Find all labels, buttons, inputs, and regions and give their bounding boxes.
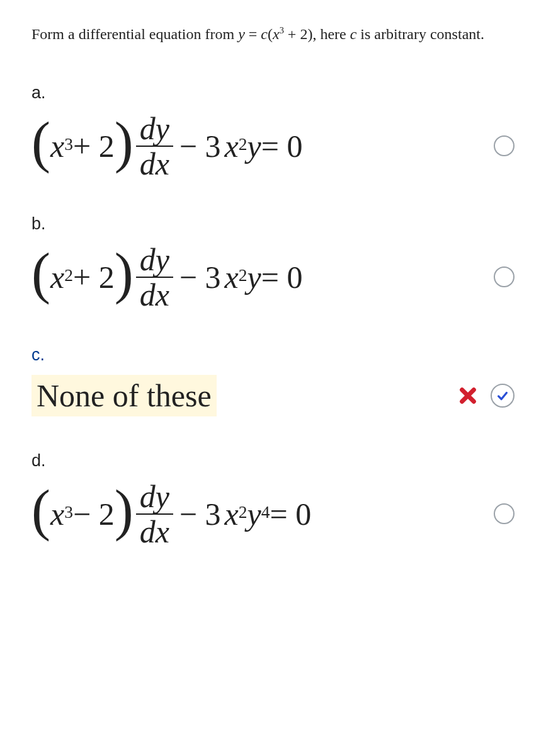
- question-const: c: [350, 26, 357, 42]
- option-a-label: a.: [31, 83, 515, 103]
- fraction-dy-dx: dy dx: [136, 244, 173, 311]
- question-eq-y: y: [238, 26, 245, 42]
- checkmark-icon: [496, 389, 509, 403]
- question-c: c: [261, 26, 268, 42]
- question-open: (: [268, 26, 273, 42]
- option-d[interactable]: d. (x3 − 2) dy dx − 3x2y4 = 0: [31, 451, 515, 547]
- question-middle: , here: [312, 26, 350, 42]
- option-a[interactable]: a. (x3 + 2) dy dx − 3x2y = 0: [31, 83, 515, 180]
- question-exp: 3: [280, 25, 284, 35]
- fraction-dy-dx: dy dx: [136, 113, 173, 180]
- option-d-label: d.: [31, 451, 515, 471]
- option-b-label: b.: [31, 214, 515, 234]
- option-c-text: None of these: [31, 375, 217, 416]
- question-suffix: is arbitrary constant.: [356, 26, 484, 42]
- option-c-label: c.: [31, 345, 515, 365]
- option-a-formula: (x3 + 2) dy dx − 3x2y = 0: [31, 113, 302, 180]
- option-d-formula: (x3 − 2) dy dx − 3x2y4 = 0: [31, 481, 311, 547]
- question-text: Form a differential equation from y = c(…: [31, 24, 515, 45]
- option-b-radio[interactable]: [494, 266, 515, 287]
- option-b[interactable]: b. (x2 + 2) dy dx − 3x2y = 0: [31, 214, 515, 311]
- option-d-radio[interactable]: [494, 503, 515, 524]
- option-b-formula: (x2 + 2) dy dx − 3x2y = 0: [31, 244, 302, 311]
- question-x: x: [273, 26, 280, 42]
- option-a-radio[interactable]: [494, 135, 515, 156]
- fraction-dy-dx: dy dx: [136, 481, 173, 547]
- option-c-radio[interactable]: [491, 384, 515, 408]
- question-equals: =: [245, 26, 261, 42]
- question-plus2: + 2: [284, 26, 308, 42]
- question-prefix: Form a differential equation from: [31, 26, 238, 42]
- cross-icon: [459, 387, 477, 404]
- option-c[interactable]: c. None of these: [31, 345, 515, 416]
